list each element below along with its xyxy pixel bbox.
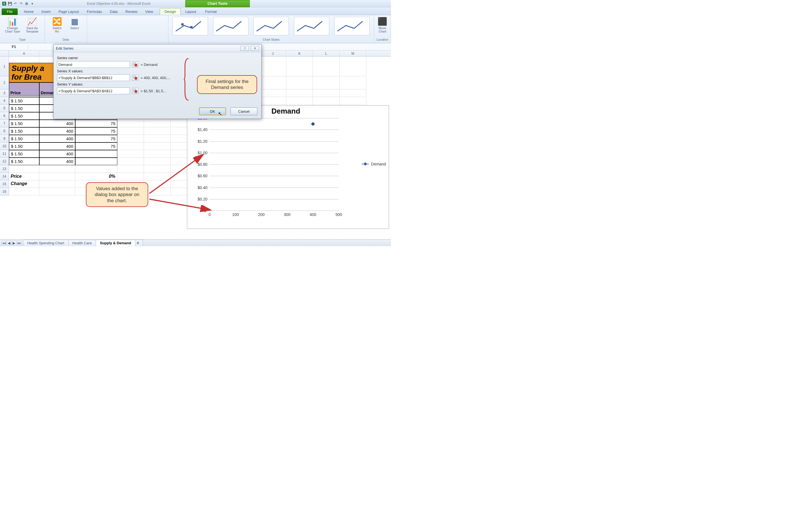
cell[interactable] (144, 120, 170, 127)
cell[interactable]: $ 1.50 (9, 97, 39, 105)
chart-legend[interactable]: Demand (362, 162, 386, 166)
cell[interactable] (39, 165, 75, 173)
row-header-11[interactable]: 11 (0, 150, 9, 158)
cell[interactable] (117, 158, 144, 165)
tab-chart-layout[interactable]: Layout (181, 8, 201, 15)
cell[interactable]: $ 1.50 (9, 158, 39, 165)
tab-data[interactable]: Data (106, 8, 121, 15)
sheet-tab-new[interactable]: ✲ (135, 240, 143, 246)
cell[interactable]: $ 1.50 (9, 112, 39, 120)
cell[interactable] (260, 57, 286, 76)
dialog-help-button[interactable]: ? (241, 46, 249, 51)
cell[interactable] (340, 97, 366, 105)
cell[interactable]: $ 1.50 (9, 135, 39, 142)
cell[interactable] (313, 97, 340, 105)
redo-icon[interactable]: ↷ (19, 1, 24, 6)
tab-review[interactable]: Review (122, 8, 142, 15)
cell[interactable] (260, 90, 286, 97)
cell[interactable] (75, 158, 117, 165)
name-box[interactable]: F1 (0, 44, 28, 49)
cancel-button[interactable]: Cancel (230, 107, 257, 115)
cell[interactable]: Price Change (9, 173, 39, 180)
cell[interactable] (144, 142, 170, 150)
sheet-tab-health-spending[interactable]: Health Spending Chart (23, 240, 68, 246)
row-header-4[interactable]: 4 (0, 97, 9, 105)
row-header-13[interactable]: 13 (0, 165, 9, 173)
cell[interactable] (9, 180, 39, 188)
cell[interactable] (117, 165, 144, 173)
sheet-nav-first[interactable]: ⏮ (2, 241, 6, 245)
chart-plot-area[interactable]: $-$0.20$0.40$0.60$0.80$1.00$1.20$1.40$1.… (210, 118, 339, 211)
cell[interactable] (144, 127, 170, 135)
cell[interactable]: $ 1.50 (9, 142, 39, 150)
cell[interactable] (39, 173, 75, 180)
range-selector-button[interactable] (132, 75, 138, 81)
cell[interactable] (170, 120, 189, 127)
range-selector-button[interactable] (132, 61, 138, 68)
col-header-K[interactable]: K (286, 50, 313, 56)
cell[interactable] (117, 127, 144, 135)
cell[interactable] (170, 127, 189, 135)
cell[interactable] (286, 97, 313, 105)
cell[interactable] (313, 90, 340, 97)
embedded-chart[interactable]: Demand $-$0.20$0.40$0.60$0.80$1.00$1.20$… (187, 105, 389, 229)
cell[interactable] (313, 57, 340, 76)
col-header-L[interactable]: L (313, 50, 340, 56)
chart-style-4[interactable] (294, 17, 329, 35)
cell[interactable] (117, 135, 144, 142)
chart-style-1[interactable] (173, 17, 208, 35)
tab-chart-format[interactable]: Format (201, 8, 221, 15)
print-icon[interactable]: 🖶 (24, 1, 29, 6)
cell[interactable]: 400 (39, 120, 75, 127)
row-header-15[interactable]: 15 (0, 180, 9, 188)
tab-page-layout[interactable]: Page Layout (55, 8, 83, 15)
cell[interactable] (9, 188, 39, 196)
row-header-14[interactable]: 14 (0, 173, 9, 180)
cell[interactable] (260, 76, 286, 90)
sheet-nav-next[interactable]: ▶ (12, 241, 16, 245)
col-header-M[interactable]: M (340, 50, 366, 56)
cell[interactable] (340, 90, 366, 97)
cell[interactable]: 400 (39, 135, 75, 142)
cell[interactable]: $ 1.50 (9, 150, 39, 158)
chart-data-point[interactable] (311, 122, 315, 126)
tab-chart-design[interactable]: Design (160, 8, 181, 15)
cell[interactable] (313, 76, 340, 90)
row-header-9[interactable]: 9 (0, 135, 9, 142)
cell[interactable] (170, 135, 189, 142)
tab-home[interactable]: Home (20, 8, 38, 15)
cell[interactable]: 400 (39, 127, 75, 135)
row-header-6[interactable]: 6 (0, 112, 9, 120)
cell[interactable] (286, 57, 313, 76)
cell[interactable] (260, 97, 286, 105)
cell[interactable] (340, 57, 366, 76)
chart-style-3[interactable] (253, 17, 289, 35)
chart-style-2[interactable] (213, 17, 248, 35)
series-name-input[interactable]: Demand (57, 61, 130, 68)
cell[interactable]: 75 (75, 142, 117, 150)
col-header-A[interactable]: A (9, 50, 39, 56)
series-x-input[interactable]: ='Supply & Demand'!$B$3:$B$12 (57, 74, 130, 81)
sheet-tab-health-care[interactable]: Health Care (68, 240, 96, 246)
cell[interactable] (286, 76, 313, 90)
row-header-16[interactable]: 16 (0, 188, 9, 196)
cell[interactable] (170, 142, 189, 150)
switch-row-col-button[interactable]: 🔀Switch Ro (51, 16, 64, 33)
cell[interactable] (75, 150, 117, 158)
row-header-3[interactable]: 3 (0, 90, 9, 97)
cell[interactable] (144, 135, 170, 142)
change-chart-type-button[interactable]: 📊Change Chart Type (5, 16, 21, 33)
tab-view[interactable]: View (141, 8, 157, 15)
col-header-J[interactable]: J (260, 50, 286, 56)
cell[interactable] (9, 165, 39, 173)
cell[interactable] (39, 180, 75, 188)
row-header-2[interactable]: 2 (0, 76, 9, 90)
cell[interactable]: $ 1.50 (9, 127, 39, 135)
dialog-close-button[interactable]: ✕ (251, 46, 259, 51)
cell[interactable]: 75 (75, 127, 117, 135)
dialog-titlebar[interactable]: Edit Series ? ✕ (54, 44, 261, 53)
cell[interactable] (39, 188, 75, 196)
cell[interactable] (75, 165, 117, 173)
row-header-1[interactable]: 1 (0, 57, 9, 76)
range-selector-button[interactable] (132, 88, 138, 94)
